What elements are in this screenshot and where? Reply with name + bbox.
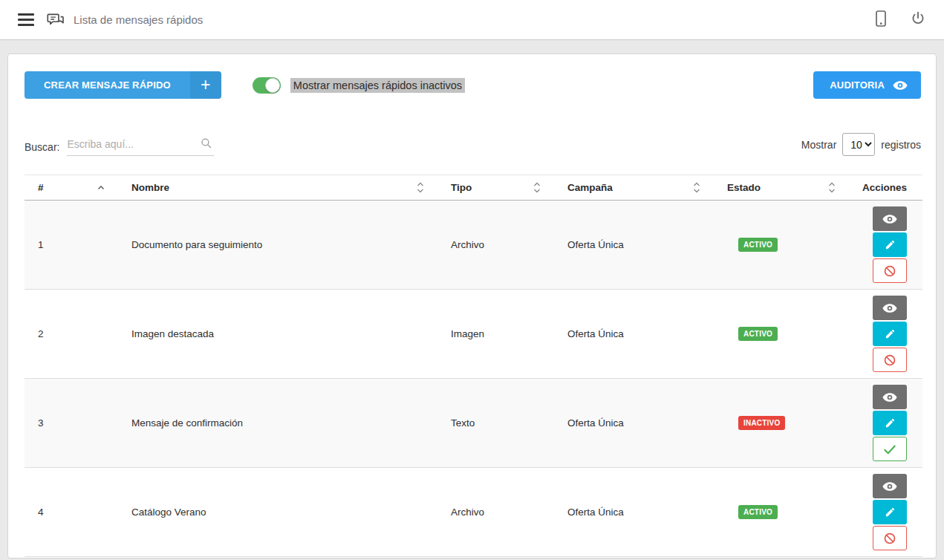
column-header-estado[interactable]: Estado [714, 175, 849, 201]
view-button[interactable] [873, 385, 907, 409]
sort-icon [417, 181, 424, 194]
table-row: 2Imagen destacadaImagenOferta ÚnicaACTIV… [25, 290, 922, 379]
row-nombre: Mensaje de confirmación [118, 379, 437, 468]
disable-button[interactable] [873, 526, 907, 550]
row-nombre: Imagen destacada [118, 290, 437, 379]
column-header-#[interactable]: # [25, 175, 118, 201]
menu-icon[interactable] [18, 13, 34, 26]
row-nombre: Catálogo Verano [118, 468, 437, 557]
quick-messages-table: #NombreTipoCampañaEstadoAcciones 1Docume… [25, 175, 922, 557]
search-input[interactable] [67, 138, 193, 150]
sort-asc-icon [97, 184, 105, 192]
page-size-select[interactable]: 10 [842, 133, 875, 156]
page-background: CREAR MENSAJE RÁPIDO + Mostrar mensajes … [0, 40, 944, 559]
page-size-suffix: registros [881, 139, 921, 151]
eye-icon [882, 214, 897, 224]
sort-icon [693, 181, 700, 194]
status-badge: ACTIVO [738, 327, 778, 341]
toggle-label: Mostrar mensajes rápidos inactivos [290, 78, 465, 93]
view-button[interactable] [873, 296, 907, 320]
sort-icon [828, 181, 836, 194]
power-icon[interactable] [910, 10, 926, 30]
inactive-toggle[interactable] [253, 77, 281, 94]
status-badge: ACTIVO [738, 238, 778, 252]
edit-button[interactable] [873, 500, 907, 524]
status-badge: ACTIVO [738, 505, 778, 519]
row-campana: Oferta Única [554, 379, 714, 468]
eye-icon [893, 80, 908, 91]
row-campana: Oferta Única [554, 290, 714, 379]
chat-bubbles-icon [46, 12, 65, 27]
pencil-icon [885, 239, 896, 250]
enable-button[interactable] [873, 437, 907, 461]
column-header-tipo[interactable]: Tipo [437, 175, 554, 201]
table-row: 4Catálogo VeranoArchivoOferta ÚnicaACTIV… [25, 468, 922, 557]
edit-button[interactable] [873, 322, 907, 346]
search-icon [200, 137, 212, 152]
table-body: 1Documento para seguimientoArchivoOferta… [25, 201, 922, 557]
eye-icon [882, 392, 897, 403]
row-number: 4 [25, 468, 118, 557]
status-badge: INACTIVO [738, 416, 785, 430]
table-controls: Buscar: Mostrar 10 registros [25, 133, 921, 156]
edit-button[interactable] [873, 232, 907, 257]
column-label: # [38, 182, 44, 193]
sort-icon [533, 181, 541, 194]
row-number: 3 [25, 379, 118, 468]
column-label: Acciones [862, 182, 907, 193]
toggle-knob [265, 78, 280, 93]
view-button[interactable] [873, 474, 907, 498]
pencil-icon [885, 328, 896, 339]
create-button-label: CREAR MENSAJE RÁPIDO [25, 71, 190, 99]
column-label: Nombre [131, 182, 169, 193]
table-row: 1Documento para seguimientoArchivoOferta… [25, 201, 922, 290]
ban-icon [883, 264, 896, 278]
table-row: 3Mensaje de confirmaciónTextoOferta Únic… [25, 379, 922, 468]
page-size-prefix: Mostrar [801, 139, 836, 151]
search-label: Buscar: [25, 141, 59, 153]
column-label: Campaña [567, 182, 613, 193]
row-tipo: Archivo [437, 468, 554, 557]
mobile-icon[interactable] [874, 10, 888, 30]
page-title: Lista de mensajes rápidos [74, 13, 203, 26]
row-campana: Oferta Única [554, 201, 714, 290]
row-nombre: Documento para seguimiento [118, 201, 437, 290]
check-icon [883, 444, 896, 455]
disable-button[interactable] [873, 258, 907, 283]
edit-button[interactable] [873, 411, 907, 435]
disable-button[interactable] [873, 348, 907, 372]
toolbar: CREAR MENSAJE RÁPIDO + Mostrar mensajes … [25, 71, 921, 99]
pencil-icon [885, 507, 896, 518]
plus-icon: + [190, 71, 221, 99]
content-card: CREAR MENSAJE RÁPIDO + Mostrar mensajes … [7, 53, 937, 559]
row-number: 2 [25, 290, 118, 379]
eye-icon [882, 481, 897, 492]
ban-icon [883, 532, 896, 545]
column-header-nombre[interactable]: Nombre [118, 175, 437, 201]
pencil-icon [885, 417, 896, 429]
row-campana: Oferta Única [554, 468, 714, 557]
view-button[interactable] [873, 206, 907, 231]
table-header-row: #NombreTipoCampañaEstadoAcciones [25, 175, 922, 201]
row-number: 1 [25, 201, 118, 290]
create-quick-message-button[interactable]: CREAR MENSAJE RÁPIDO + [25, 71, 221, 99]
row-tipo: Imagen [437, 290, 554, 379]
column-label: Tipo [451, 182, 472, 193]
row-tipo: Archivo [437, 201, 554, 290]
topbar: Lista de mensajes rápidos [0, 0, 944, 40]
column-label: Estado [727, 182, 761, 193]
row-tipo: Texto [437, 379, 554, 468]
column-header-acciones: Acciones [849, 175, 922, 201]
column-header-campaña[interactable]: Campaña [554, 175, 714, 201]
ban-icon [883, 354, 896, 367]
eye-icon [882, 303, 897, 313]
audit-button[interactable]: AUDITORIA [813, 71, 921, 99]
audit-button-label: AUDITORIA [830, 79, 885, 91]
